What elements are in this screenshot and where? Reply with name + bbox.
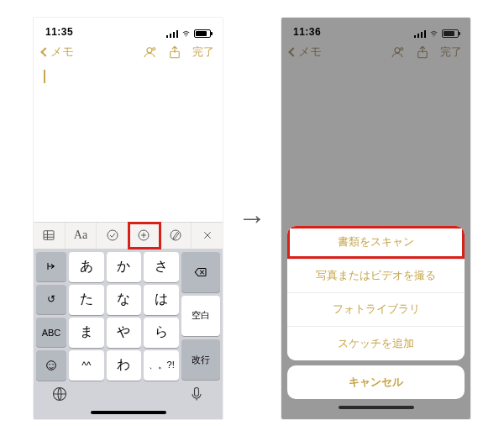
- cellular-icon: [166, 29, 178, 38]
- key-backspace[interactable]: [181, 252, 220, 292]
- attachment-actionsheet: 書類をスキャン 写真またはビデオを撮る フォトライブラリ スケッチを追加 キャン…: [281, 221, 470, 419]
- status-bar: 11:35: [34, 18, 223, 39]
- back-label: メモ: [298, 45, 322, 60]
- cellular-icon: [414, 29, 426, 38]
- svg-point-13: [433, 35, 434, 36]
- sheet-photo-library[interactable]: フォトライブラリ: [287, 293, 465, 327]
- key-punct[interactable]: 、。?!: [144, 350, 179, 381]
- key-space[interactable]: 空白: [181, 296, 220, 336]
- status-time: 11:36: [293, 26, 321, 38]
- key-next-candidate[interactable]: [36, 252, 66, 281]
- sheet-add-sketch[interactable]: スケッチを追加: [287, 327, 465, 360]
- note-editor[interactable]: [34, 65, 223, 222]
- actionsheet-options: 書類をスキャン 写真またはビデオを撮る フォトライブラリ スケッチを追加: [287, 226, 465, 360]
- text-cursor: [44, 70, 45, 83]
- status-indicators: [166, 29, 211, 38]
- svg-rect-4: [44, 231, 54, 240]
- toolbar-close-icon[interactable]: [192, 223, 223, 249]
- svg-point-15: [401, 47, 403, 50]
- keyboard-toolbar: Aa: [34, 222, 223, 249]
- attach-add-button[interactable]: [129, 223, 160, 249]
- keyboard-kana: ↺ ABC あ か さ た な は ま や ら ^^ わ 、。?!: [34, 249, 223, 419]
- status-bar: 11:36: [281, 18, 470, 39]
- done-button[interactable]: 完了: [192, 45, 214, 60]
- key-na[interactable]: な: [107, 285, 142, 315]
- table-icon[interactable]: [34, 223, 66, 249]
- battery-icon: [194, 29, 211, 38]
- key-ma[interactable]: ま: [69, 318, 104, 348]
- dimmed-backdrop[interactable]: [281, 65, 470, 221]
- wifi-icon: [181, 29, 192, 38]
- wifi-icon: [428, 29, 439, 38]
- key-sa[interactable]: さ: [144, 252, 179, 282]
- svg-point-2: [153, 47, 155, 50]
- sheet-cancel-button[interactable]: キャンセル: [287, 365, 465, 399]
- svg-point-14: [395, 47, 400, 52]
- home-indicator: [91, 411, 166, 414]
- key-a[interactable]: あ: [69, 252, 104, 282]
- home-indicator: [339, 406, 414, 409]
- status-time: 11:35: [45, 26, 73, 38]
- checklist-icon[interactable]: [97, 223, 129, 249]
- svg-point-0: [186, 35, 186, 36]
- key-symbols[interactable]: ^^: [69, 350, 104, 381]
- key-ra[interactable]: ら: [144, 318, 179, 348]
- status-indicators: [414, 29, 459, 38]
- svg-point-1: [147, 47, 152, 52]
- key-ha[interactable]: は: [144, 285, 179, 315]
- markup-icon[interactable]: [160, 223, 192, 249]
- key-ya[interactable]: や: [107, 318, 142, 348]
- share-icon[interactable]: [167, 45, 182, 60]
- sheet-take-photo-video[interactable]: 写真またはビデオを撮る: [287, 260, 465, 293]
- back-button[interactable]: メモ: [42, 45, 74, 60]
- chevron-left-icon: [40, 47, 50, 56]
- svg-point-9: [49, 364, 50, 365]
- svg-point-5: [108, 230, 118, 240]
- sheet-scan-documents[interactable]: 書類をスキャン: [287, 226, 465, 260]
- mic-icon[interactable]: [188, 386, 205, 406]
- svg-point-10: [52, 364, 53, 365]
- format-button[interactable]: Aa: [66, 223, 97, 249]
- done-button: 完了: [440, 45, 462, 60]
- chevron-left-icon: [288, 47, 297, 56]
- share-icon: [415, 45, 430, 60]
- phone-right-actionsheet: 11:36 メモ 完了 書類をスキャン 写真またはビデオを撮る: [281, 18, 470, 419]
- key-undo[interactable]: ↺: [36, 285, 66, 314]
- key-emoji[interactable]: [36, 350, 66, 380]
- globe-icon[interactable]: [51, 386, 68, 406]
- key-abc[interactable]: ABC: [36, 318, 66, 347]
- arrow-right-icon: →: [238, 202, 266, 234]
- nav-bar: メモ 完了: [281, 39, 470, 65]
- key-ka[interactable]: か: [107, 252, 142, 282]
- battery-icon: [442, 29, 459, 38]
- key-wa[interactable]: わ: [107, 350, 142, 381]
- back-label: メモ: [50, 45, 74, 60]
- phone-left-notes-editor: 11:35 メモ 完了 Aa: [34, 18, 223, 419]
- key-ta[interactable]: た: [69, 285, 104, 315]
- back-button: メモ: [290, 45, 322, 60]
- svg-rect-12: [195, 387, 199, 396]
- key-return[interactable]: 改行: [181, 339, 220, 380]
- collaborate-icon: [390, 45, 405, 60]
- collaborate-icon[interactable]: [142, 45, 157, 60]
- nav-bar: メモ 完了: [34, 39, 223, 65]
